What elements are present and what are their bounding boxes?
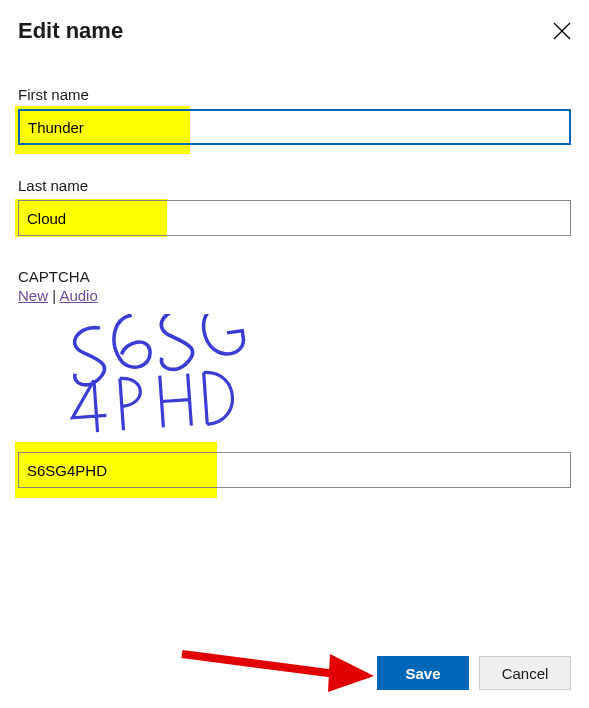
first-name-input[interactable] [18,109,571,145]
captcha-input[interactable] [18,452,571,488]
first-name-label: First name [18,86,571,103]
arrow-annotation [178,642,378,696]
close-icon[interactable] [553,22,571,40]
save-button[interactable]: Save [377,656,469,690]
captcha-label: CAPTCHA [18,268,571,285]
captcha-image [38,314,571,444]
captcha-new-link[interactable]: New [18,287,48,304]
svg-marker-3 [328,654,374,692]
last-name-input[interactable] [18,200,571,236]
last-name-label: Last name [18,177,571,194]
captcha-audio-link[interactable]: Audio [59,287,97,304]
svg-line-2 [182,654,336,674]
dialog-title: Edit name [18,18,123,44]
cancel-button[interactable]: Cancel [479,656,571,690]
separator: | [48,287,59,304]
